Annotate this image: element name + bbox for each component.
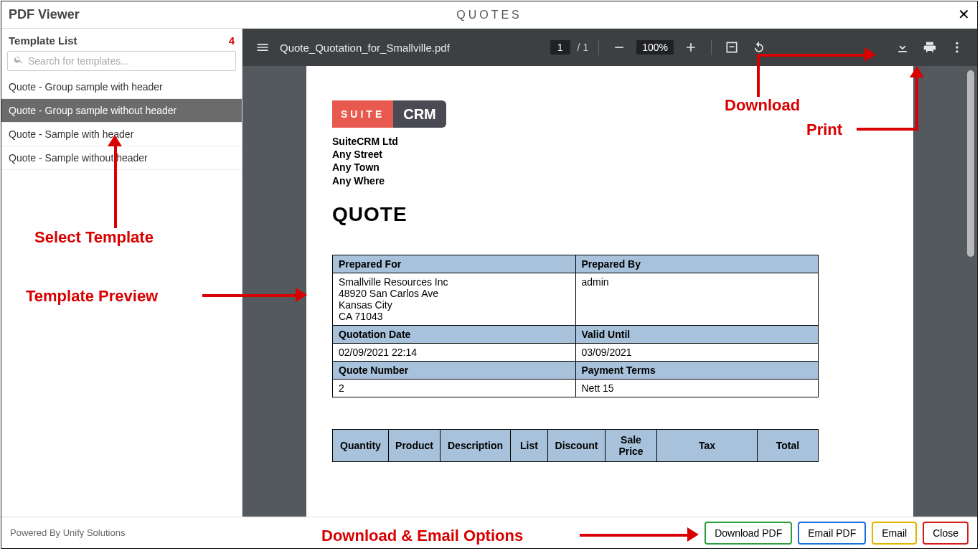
- zoom-out-icon[interactable]: [609, 37, 629, 57]
- window-close-button[interactable]: ✕: [958, 6, 970, 23]
- template-search[interactable]: [7, 51, 236, 71]
- pdf-page: SUITE CRM SuiteCRM Ltd Any Street Any To…: [306, 66, 913, 517]
- search-icon: [14, 55, 24, 67]
- menu-icon[interactable]: [253, 37, 273, 57]
- svg-point-2: [956, 50, 958, 52]
- email-button[interactable]: Email: [872, 522, 917, 545]
- logo-text-left: SUITE: [332, 100, 393, 128]
- email-pdf-button[interactable]: Email PDF: [798, 522, 866, 545]
- footer: Powered By Unify Solutions Download PDF …: [1, 517, 977, 548]
- template-item[interactable]: Quote - Group sample without header: [1, 99, 242, 123]
- template-item[interactable]: Quote - Sample with header: [1, 123, 242, 146]
- template-item[interactable]: Quote - Group sample with header: [1, 75, 242, 99]
- quote-meta-table: Prepared ForPrepared By Smallville Resou…: [332, 255, 819, 397]
- module-title: QUOTES: [456, 9, 522, 22]
- template-count: 4: [229, 34, 235, 47]
- download-pdf-button[interactable]: Download PDF: [705, 522, 792, 545]
- line-items-table: Quantity Product Description List Discou…: [332, 429, 819, 462]
- logo-text-right: CRM: [393, 100, 446, 128]
- template-item[interactable]: Quote - Sample without header: [1, 146, 242, 170]
- svg-point-1: [956, 46, 958, 48]
- rotate-icon[interactable]: [749, 37, 769, 57]
- more-icon[interactable]: [947, 37, 967, 57]
- footer-credit: Powered By Unify Solutions: [10, 527, 125, 538]
- fit-page-icon[interactable]: [722, 37, 742, 57]
- page-current-input[interactable]: 1: [550, 40, 570, 55]
- company-address: SuiteCRM Ltd Any Street Any Town Any Whe…: [332, 135, 887, 187]
- close-button[interactable]: Close: [923, 522, 969, 545]
- pdf-viewport[interactable]: SUITE CRM SuiteCRM Ltd Any Street Any To…: [242, 66, 977, 517]
- titlebar: PDF Viewer QUOTES ✕: [1, 1, 977, 29]
- document-heading: QUOTE: [332, 203, 887, 226]
- zoom-level[interactable]: 100%: [636, 40, 674, 55]
- print-icon[interactable]: [920, 37, 940, 57]
- template-sidebar: Template List 4 Quote - Group sample wit…: [1, 29, 242, 517]
- pdf-preview-panel: Quote_Quotation_for_Smallville.pdf 1 / 1…: [242, 29, 977, 517]
- template-list-heading: Template List: [9, 34, 77, 47]
- search-input[interactable]: [28, 55, 230, 67]
- svg-point-0: [956, 42, 958, 44]
- page-total: / 1: [578, 42, 589, 53]
- zoom-in-icon[interactable]: [681, 37, 701, 57]
- app-title: PDF Viewer: [9, 7, 80, 22]
- pdf-scrollbar[interactable]: [966, 70, 976, 512]
- pdf-toolbar: Quote_Quotation_for_Smallville.pdf 1 / 1…: [242, 29, 977, 66]
- download-icon[interactable]: [892, 37, 913, 57]
- pdf-filename: Quote_Quotation_for_Smallville.pdf: [280, 42, 450, 54]
- company-logo: SUITE CRM: [332, 100, 446, 128]
